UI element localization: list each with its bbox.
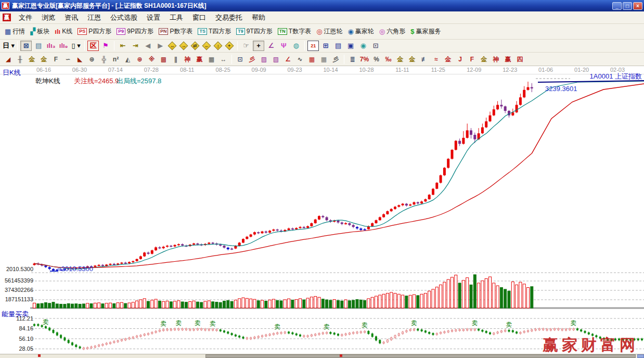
number-grid-button[interactable]: ▦ [206,54,217,65]
shift-left-button[interactable]: ← [202,42,211,50]
menu-item-3[interactable]: 江恩 [83,12,106,23]
toolbar-button-9t-square[interactable]: T99T四方形 [234,26,275,37]
menu-item-8[interactable]: 交易委托 [211,12,247,23]
percent-7-button[interactable]: 7% [359,54,370,65]
title-bar[interactable]: 赢 赢家江恩专业版[赢家内部服务平台] - [上证指数 SH1A0001-167… [0,0,644,11]
angle-measure-button[interactable]: ∠ [265,41,277,51]
menu-item-0[interactable]: 文件 [14,12,37,23]
cycle-circle-button[interactable]: ⊕ [86,54,97,65]
web-report-button[interactable]: ◉ [357,41,369,51]
chart-net-button[interactable]: ⊠ [20,41,32,51]
spider-web-button[interactable]: ※ [146,54,157,65]
gold-grid-a-button[interactable]: 金 [27,54,37,65]
zoom-out-h-button[interactable]: ↔ [168,42,177,50]
toolbar-button-t-square[interactable]: TST四方形 [195,26,234,37]
menu-item-5[interactable]: 设置 [142,12,165,23]
spiral-button[interactable]: ∽ [62,54,73,65]
j-angle-button[interactable]: J [455,54,466,65]
si-angle-button[interactable]: 四 [514,54,525,65]
shen-angle-button[interactable]: 神 [491,54,501,65]
toolbar-button-p-square[interactable]: PSP四方形 [75,26,114,37]
crosshair-button[interactable]: + [253,41,264,51]
calculator-button[interactable]: ⊞ [320,41,331,51]
bars-9-button[interactable]: ılı₉ [58,41,69,51]
vertical-ruler-button[interactable]: ≣ [347,54,358,65]
maximize-button[interactable]: □ [623,2,632,10]
percent-button[interactable]: % [371,54,382,65]
toolbar-button-winner-service[interactable]: $赢家服务 [408,26,443,37]
toolbar-button-winner-wheel[interactable]: ◉赢家轮 [345,26,377,37]
prev-page-button[interactable]: ◀ [142,41,153,51]
menu-item-7[interactable]: 窗口 [188,12,211,23]
gold-circle-button[interactable]: 金 [395,54,406,65]
slash-lines-button[interactable]: 彡 [330,54,341,65]
toolbar-button-kline[interactable]: ılıK线 [52,26,75,37]
menu-item-6[interactable]: 工具 [165,12,188,23]
last-page-button[interactable]: ⇥ [130,41,141,51]
square-n2-button[interactable]: n² [110,54,121,65]
wave-tool-button[interactable]: ∿ [294,54,305,65]
chart-area[interactable]: 卖卖卖卖卖卖卖卖卖卖卖卖 日K线 06-1606-3007-1407-2808-… [0,66,644,358]
toolbar-button-9p-square[interactable]: P99P四方形 [114,26,156,37]
bars-3-button[interactable]: ılı₃ [45,41,57,51]
print-button[interactable]: ⊡ [370,41,381,51]
save-button[interactable]: ▣ [345,41,356,51]
info-panel-button[interactable]: ▤ [33,41,44,51]
fit-all-button[interactable]: + [225,42,234,50]
gold-angle-button[interactable]: 金 [479,54,490,65]
fibonacci-grid-button[interactable]: F [50,54,61,65]
box-diagonal-b-button[interactable]: ▧ [271,54,281,65]
wave-band-button[interactable]: ≈ [431,54,442,65]
gann-fan-button[interactable]: 彡 [247,54,257,65]
toolbar-button-hexagon[interactable]: ◎六角形 [377,26,408,37]
toolbar-button-t-number-table[interactable]: TNT数字表 [275,26,314,37]
gold-lines-button[interactable]: 金 [407,54,418,65]
menu-item-4[interactable]: 公式选股 [106,12,142,23]
gann-pen-button[interactable]: ◢ [3,54,14,65]
gann-box-button[interactable]: ⊡ [235,54,246,65]
shift-right-button[interactable]: → [179,42,188,50]
red-grid-button[interactable]: ▦ [306,54,317,65]
gann-tool-button[interactable]: Ψ [278,41,289,51]
kline-period-button[interactable]: 日 ▾ [3,41,15,51]
gray-grid-button[interactable]: ▦ [318,54,329,65]
color-flag-button[interactable]: ⚑ [100,41,111,51]
menu-item-2[interactable]: 资讯 [60,12,83,23]
box-diagonal-a-button[interactable]: ▨ [259,54,269,65]
first-page-button[interactable]: ⇤ [117,41,128,51]
swap-view-button[interactable]: ⇄ [191,42,200,50]
app-menu-logo-icon[interactable]: 赢 [3,14,11,21]
ying-grid-button[interactable]: 赢 [194,54,205,65]
horizontal-scrollbar[interactable] [0,354,644,358]
highlight-zone-button[interactable]: 区 [87,41,99,51]
toolbar-button-quotes[interactable]: ▦行情 [2,26,28,37]
pan-hand-button[interactable]: ☞ [240,41,252,51]
gann-pen-2-button[interactable]: ◣ [74,54,85,65]
scrollbar-thumb[interactable] [205,354,636,358]
gold-grid-b-button[interactable]: 金 [38,54,49,65]
toolbar-button-sectors[interactable]: ▞板块 [28,26,52,37]
span-arrows-button[interactable]: ↔ [218,54,229,65]
candle-style-button[interactable]: ▯ ▾ [70,41,82,51]
minimize-button[interactable]: _ [612,2,622,10]
parallel-lines-button[interactable]: ∥ [170,54,181,65]
ying-angle-button[interactable]: 赢 [503,54,513,65]
shen-grid-button[interactable]: 神 [182,54,193,65]
toolbar-button-gann-wheel[interactable]: ◎江恩轮 [314,26,345,37]
trend-angle-button[interactable]: ∠ [282,54,293,65]
close-button[interactable]: × [633,2,642,10]
time-grid-button[interactable]: ╬ [98,54,109,65]
menu-item-1[interactable]: 浏览 [37,12,60,23]
permille-button[interactable]: ‰ [383,54,394,65]
smart-analysis-button[interactable]: ◍ [290,41,302,51]
toolbar-button-p-number-table[interactable]: PNP数字表 [156,26,196,37]
menu-item-9[interactable]: 帮助 [247,12,270,23]
gann-target-button[interactable]: ⊕ [134,54,145,65]
price-ruler-button[interactable]: ╫ [15,54,25,65]
f-angle-button[interactable]: F [467,54,478,65]
pen-lines-button[interactable]: ≢ [419,54,430,65]
zoom-v-button[interactable]: ↕ [214,42,223,50]
mirror-angle-button[interactable]: ◭ [122,54,133,65]
notes-button[interactable]: ▤ [332,41,344,51]
calendar-button[interactable]: 21 [307,41,319,51]
